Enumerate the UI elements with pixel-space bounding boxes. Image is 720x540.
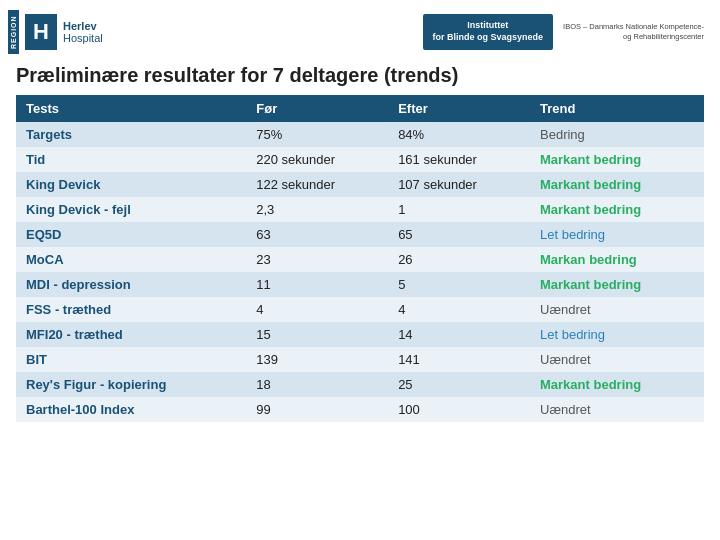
cell-trend: Let bedring: [530, 222, 704, 247]
cell-for: 75%: [246, 122, 388, 147]
table-row: Tid220 sekunder161 sekunderMarkant bedri…: [16, 147, 704, 172]
cell-for: 99: [246, 397, 388, 422]
ibos-text: IBOS – Danmarks Nationale Kompetence- og…: [563, 22, 704, 43]
cell-efter: 107 sekunder: [388, 172, 530, 197]
cell-for: 220 sekunder: [246, 147, 388, 172]
cell-efter: 26: [388, 247, 530, 272]
table-header-row: Tests Før Efter Trend: [16, 95, 704, 122]
table-row: MDI - depression115Markant bedring: [16, 272, 704, 297]
cell-for: 23: [246, 247, 388, 272]
table-row: BIT139141Uændret: [16, 347, 704, 372]
cell-test: Tid: [16, 147, 246, 172]
header: REGION H Herlev Hospital Instituttet for…: [0, 0, 720, 60]
cell-trend: Uændret: [530, 297, 704, 322]
logo-left: REGION H Herlev Hospital: [8, 10, 103, 54]
cell-efter: 161 sekunder: [388, 147, 530, 172]
col-efter: Efter: [388, 95, 530, 122]
hospital-name: Herlev Hospital: [63, 20, 103, 44]
table-row: MoCA2326Markan bedring: [16, 247, 704, 272]
cell-test: MoCA: [16, 247, 246, 272]
cell-test: BIT: [16, 347, 246, 372]
cell-for: 11: [246, 272, 388, 297]
cell-efter: 65: [388, 222, 530, 247]
results-table: Tests Før Efter Trend Targets75%84%Bedri…: [16, 95, 704, 422]
results-table-wrapper: Tests Før Efter Trend Targets75%84%Bedri…: [0, 95, 720, 422]
cell-trend: Bedring: [530, 122, 704, 147]
cell-test: Rey's Figur - kopiering: [16, 372, 246, 397]
col-tests: Tests: [16, 95, 246, 122]
table-row: MFI20 - træthed1514Let bedring: [16, 322, 704, 347]
cell-trend: Let bedring: [530, 322, 704, 347]
cell-test: Barthel-100 Index: [16, 397, 246, 422]
cell-trend: Markan bedring: [530, 247, 704, 272]
table-row: EQ5D6365Let bedring: [16, 222, 704, 247]
hospital-name-line2: Hospital: [63, 32, 103, 44]
cell-trend: Uændret: [530, 347, 704, 372]
cell-test: MFI20 - træthed: [16, 322, 246, 347]
logo-right: Instituttet for Blinde og Svagsynede IBO…: [423, 14, 704, 49]
region-badge: REGION: [8, 10, 19, 54]
hospital-h-icon: H: [25, 14, 57, 50]
page-title: Præliminære resultater for 7 deltagere (…: [0, 60, 720, 95]
cell-test: FSS - træthed: [16, 297, 246, 322]
cell-efter: 5: [388, 272, 530, 297]
cell-efter: 84%: [388, 122, 530, 147]
cell-trend: Markant bedring: [530, 172, 704, 197]
table-row: King Devick122 sekunder107 sekunderMarka…: [16, 172, 704, 197]
cell-trend: Uændret: [530, 397, 704, 422]
cell-trend: Markant bedring: [530, 272, 704, 297]
cell-test: Targets: [16, 122, 246, 147]
cell-for: 63: [246, 222, 388, 247]
cell-test: King Devick - fejl: [16, 197, 246, 222]
table-row: King Devick - fejl2,31Markant bedring: [16, 197, 704, 222]
cell-efter: 141: [388, 347, 530, 372]
cell-for: 15: [246, 322, 388, 347]
cell-for: 2,3: [246, 197, 388, 222]
cell-for: 4: [246, 297, 388, 322]
col-for: Før: [246, 95, 388, 122]
cell-test: EQ5D: [16, 222, 246, 247]
cell-trend: Markant bedring: [530, 197, 704, 222]
cell-for: 18: [246, 372, 388, 397]
table-row: Barthel-100 Index99100Uændret: [16, 397, 704, 422]
cell-test: King Devick: [16, 172, 246, 197]
cell-efter: 100: [388, 397, 530, 422]
cell-trend: Markant bedring: [530, 372, 704, 397]
cell-trend: Markant bedring: [530, 147, 704, 172]
table-row: Rey's Figur - kopiering1825Markant bedri…: [16, 372, 704, 397]
cell-for: 122 sekunder: [246, 172, 388, 197]
col-trend: Trend: [530, 95, 704, 122]
instituttet-logo: Instituttet for Blinde og Svagsynede: [423, 14, 554, 49]
cell-efter: 4: [388, 297, 530, 322]
cell-efter: 25: [388, 372, 530, 397]
cell-test: MDI - depression: [16, 272, 246, 297]
table-row: FSS - træthed44Uændret: [16, 297, 704, 322]
cell-efter: 1: [388, 197, 530, 222]
hospital-name-line1: Herlev: [63, 20, 103, 32]
cell-for: 139: [246, 347, 388, 372]
table-row: Targets75%84%Bedring: [16, 122, 704, 147]
cell-efter: 14: [388, 322, 530, 347]
